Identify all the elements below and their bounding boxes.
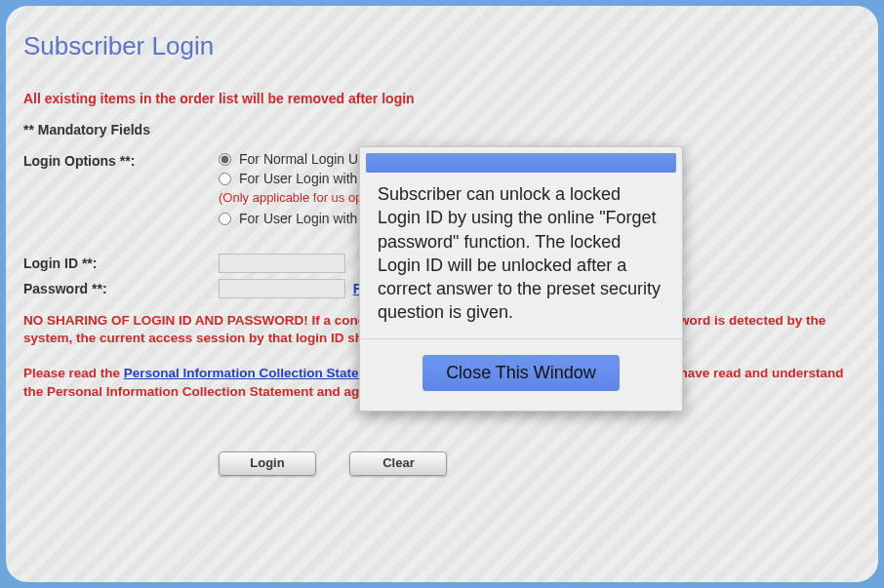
dialog-titlebar[interactable] (366, 153, 676, 173)
login-button[interactable]: Login (219, 451, 316, 476)
close-dialog-button[interactable]: Close This Window (422, 355, 620, 391)
dialog-body-text: Subscriber can unlock a locked Login ID … (360, 176, 682, 339)
clear-button[interactable]: Clear (349, 451, 447, 476)
unlock-info-dialog: Subscriber can unlock a locked Login ID … (359, 146, 683, 412)
login-option-user2-radio[interactable] (219, 213, 231, 225)
login-options-label: Login Options **: (23, 151, 219, 169)
order-list-warning: All existing items in the order list wil… (23, 91, 861, 106)
button-row: Login Clear (219, 451, 861, 476)
login-id-input[interactable] (219, 254, 345, 273)
login-panel: Subscriber Login All existing items in t… (6, 6, 878, 582)
pica-prefix: Please read the (23, 366, 120, 380)
login-option-user2-label: For User Login with (239, 211, 357, 226)
mandatory-fields-label: ** Mandatory Fields (23, 122, 861, 137)
login-option-user1-label: For User Login with (239, 171, 357, 186)
window-frame: Subscriber Login All existing items in t… (0, 0, 884, 588)
pica-link[interactable]: Personal Information Collection Statemen… (124, 366, 394, 380)
login-id-label: Login ID **: (23, 254, 219, 271)
page-title: Subscriber Login (23, 31, 861, 61)
password-input[interactable] (219, 279, 345, 298)
dialog-footer: Close This Window (360, 339, 682, 411)
login-option-normal-radio[interactable] (219, 153, 231, 166)
login-option-user1-radio[interactable] (219, 173, 231, 185)
password-label: Password **: (23, 279, 219, 296)
login-option-normal-label: For Normal Login Us (239, 151, 365, 167)
